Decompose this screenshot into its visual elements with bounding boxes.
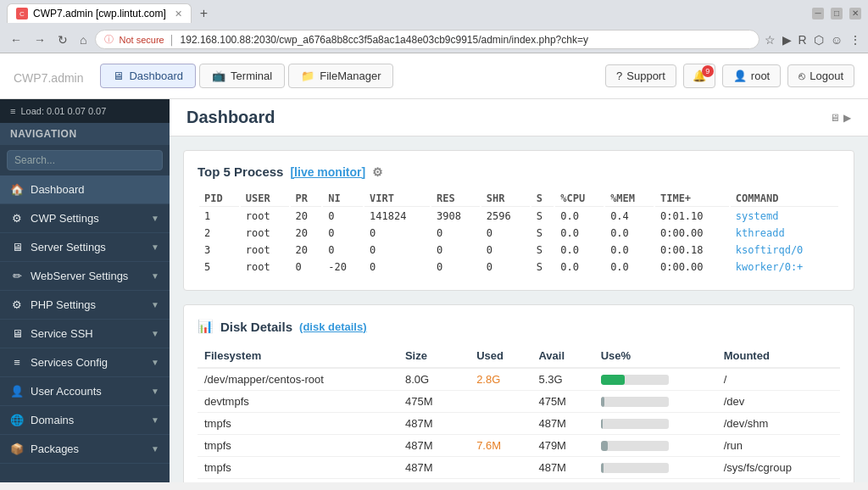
user-accounts-icon: 👤: [10, 385, 24, 398]
tab-filemanager[interactable]: 📁 FileManager: [288, 64, 393, 88]
content-body: Top 5 Process [live monitor] ⚙ PID USER …: [170, 136, 868, 482]
disk-cell: /run: [717, 435, 840, 457]
sidebar-item-service-ssh[interactable]: 🖥 Service SSH ▼: [0, 320, 170, 348]
process-gear-icon[interactable]: ⚙: [372, 165, 383, 179]
disk-cell: [594, 391, 717, 413]
process-cell: 3908: [431, 209, 480, 224]
disk-col-usepct: Use%: [594, 344, 717, 368]
use-bar: [601, 397, 604, 407]
dashboard-icon: 🏠: [10, 183, 24, 196]
logout-button[interactable]: ⎋ Logout: [787, 64, 854, 87]
sidebar-item-dashboard[interactable]: 🏠 Dashboard: [0, 175, 170, 204]
menu-icon[interactable]: ⋮: [849, 33, 861, 47]
reload-button[interactable]: ↻: [54, 31, 71, 48]
domains-arrow: ▼: [151, 415, 159, 425]
packages-arrow: ▼: [151, 444, 159, 454]
server-settings-icon: 🖥: [10, 241, 24, 253]
extension4-icon[interactable]: ☺: [831, 33, 843, 47]
sidebar-item-server-settings[interactable]: 🖥 Server Settings ▼: [0, 233, 170, 262]
content-header: Dashboard 🖥 ▶: [170, 99, 868, 136]
process-cell: root: [241, 259, 289, 275]
disk-chart-icon: 📊: [198, 319, 214, 334]
use-bar: [601, 419, 603, 429]
sidebar-item-webserver-settings[interactable]: ✏ WebServer Settings ▼: [0, 262, 170, 291]
col-pr: PR: [291, 191, 322, 207]
sidebar-nav-label: Navigation: [0, 123, 170, 145]
disk-cell: 5.3G: [531, 368, 593, 391]
col-s: S: [531, 191, 554, 207]
user-button[interactable]: 👤 root: [722, 64, 781, 87]
sidebar-item-php-settings[interactable]: ⚙ PHP Settings ▼: [0, 291, 170, 320]
live-monitor-link[interactable]: [live monitor]: [290, 165, 365, 179]
sidebar-load-text: Load: 0.01 0.07 0.07: [20, 106, 106, 116]
process-cell: 3: [199, 242, 239, 258]
tab-terminal[interactable]: 📺 Terminal: [199, 64, 285, 88]
sidebar: ≡ Load: 0.01 0.07 0.07 Navigation 🏠 Dash…: [0, 99, 170, 482]
sidebar-item-label-user-accounts: User Accounts: [31, 385, 144, 398]
logo-main: CWP7.: [14, 71, 51, 85]
disk-cell: /boot: [717, 479, 840, 483]
disk-cell: 487M: [398, 435, 470, 457]
home-button[interactable]: ⌂: [76, 31, 90, 48]
browser-chrome: C CWP7.admin [cwp.lintut.com] ✕ + ─ □ ✕ …: [0, 0, 868, 53]
browser-tab[interactable]: C CWP7.admin [cwp.lintut.com] ✕: [7, 3, 192, 23]
minimize-button[interactable]: ─: [812, 8, 824, 19]
process-cell: 20: [291, 209, 322, 224]
bookmark-icon[interactable]: ☆: [765, 33, 776, 47]
breadcrumb-arrow: ▶: [843, 112, 851, 124]
maximize-button[interactable]: □: [831, 8, 843, 19]
sidebar-item-domains[interactable]: 🌐 Domains ▼: [0, 406, 170, 435]
tab-title: CWP7.admin [cwp.lintut.com]: [33, 8, 166, 19]
col-time: TIME+: [655, 191, 729, 207]
process-cell: 0: [323, 242, 363, 258]
disk-cell: /sys/fs/cgroup: [717, 457, 840, 479]
disk-cell: 475M: [531, 391, 593, 413]
table-row: tmpfs487M487M/sys/fs/cgroup: [198, 457, 840, 479]
browser-titlebar: C CWP7.admin [cwp.lintut.com] ✕ + ─ □ ✕: [0, 0, 868, 26]
disk-col-used: Used: [470, 344, 531, 368]
disk-cell: 487M: [398, 413, 470, 435]
ssh-arrow: ▼: [151, 329, 159, 338]
disk-details-link[interactable]: (disk details): [299, 320, 366, 333]
browser-nav-bar: ← → ↻ ⌂ ⓘ Not secure │ 192.168.100.88:20…: [0, 26, 868, 53]
extension3-icon[interactable]: ⬡: [814, 33, 824, 47]
process-cell: 20: [291, 242, 322, 258]
process-section: Top 5 Process [live monitor] ⚙ PID USER …: [183, 150, 854, 291]
search-input[interactable]: [7, 150, 163, 170]
tab-close-button[interactable]: ✕: [175, 8, 182, 19]
filemanager-tab-label: FileManager: [320, 70, 381, 82]
support-button[interactable]: ? Support: [605, 64, 676, 87]
notifications-button[interactable]: 🔔 9: [683, 64, 715, 88]
webserver-arrow: ▼: [151, 271, 159, 281]
sidebar-item-cwp-settings[interactable]: ⚙ CWP Settings ▼: [0, 204, 170, 233]
sidebar-item-services-config[interactable]: ≡ Services Config ▼: [0, 348, 170, 377]
close-button[interactable]: ✕: [849, 8, 861, 19]
sidebar-item-label-domains: Domains: [31, 414, 144, 426]
new-tab-button[interactable]: +: [195, 4, 213, 23]
disk-cell: tmpfs: [198, 457, 398, 479]
extension2-icon[interactable]: R: [798, 33, 807, 47]
process-cell: 0: [323, 209, 363, 224]
process-cell: 0.0: [605, 259, 654, 275]
process-cell: S: [531, 259, 554, 275]
process-cell: 0: [481, 259, 530, 275]
process-title-text: Top 5 Process: [198, 164, 283, 179]
tab-dashboard[interactable]: 🖥 Dashboard: [100, 64, 196, 88]
support-label: Support: [626, 70, 665, 82]
disk-cell: 479M: [531, 435, 593, 457]
extension1-icon[interactable]: ▶: [782, 33, 792, 47]
table-row: devtmpfs475M475M/dev: [198, 391, 840, 413]
url-text: 192.168.100.88:2030/cwp_a676a8b8cc3f5a8a…: [181, 34, 588, 46]
sidebar-item-label-php: PHP Settings: [31, 298, 144, 311]
breadcrumb-icon: 🖥: [830, 112, 840, 124]
sidebar-item-label-cwp: CWP Settings: [31, 212, 144, 225]
back-button[interactable]: ←: [7, 31, 25, 48]
app-logo: CWP7.admin: [14, 65, 83, 87]
disk-cell: 7.6M: [470, 435, 531, 457]
forward-button[interactable]: →: [31, 31, 49, 48]
sidebar-item-user-accounts[interactable]: 👤 User Accounts ▼: [0, 377, 170, 406]
disk-cell: [594, 368, 717, 391]
sidebar-item-packages[interactable]: 📦 Packages ▼: [0, 435, 170, 464]
col-pid: PID: [199, 191, 239, 207]
address-bar[interactable]: ⓘ Not secure │ 192.168.100.88:2030/cwp_a…: [95, 30, 759, 49]
